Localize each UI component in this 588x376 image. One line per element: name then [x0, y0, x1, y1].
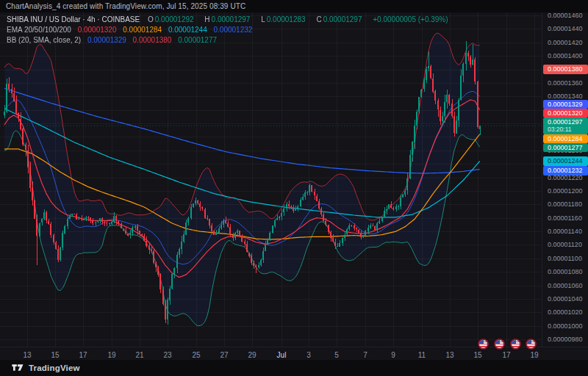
price-tick-label: 0.00001400	[548, 52, 583, 59]
price-tick-label: 0.00000980	[548, 336, 583, 343]
ema200-value: 0.00001232	[214, 26, 253, 34]
time-tick-label: 25	[192, 351, 200, 359]
price-tick-label: 0.00001140	[548, 228, 582, 235]
time-tick-label: 3	[306, 351, 311, 359]
bb-basis-value: 0.00001329	[87, 36, 126, 44]
time-tick-label: 23	[163, 351, 171, 359]
time-tick-label: 11	[418, 351, 426, 359]
bb-upper-axis-badge: 0.00001380	[543, 65, 588, 74]
price-tick-label: 0.00001000	[548, 322, 583, 330]
price-tick-label: 0.00001200	[548, 187, 583, 195]
bb-legend-row[interactable]: BB (20, SMA, close, 2) 0.00001329 0.0000…	[7, 35, 453, 46]
price-tick-label: 0.00001020	[548, 308, 583, 316]
ema-100-axis-badge: 0.00001244	[543, 156, 588, 166]
symbol-legend-row[interactable]: SHIBA INU / US Dollar · 4h · COINBASE O0…	[7, 15, 453, 25]
economic-event-us-flag-icon[interactable]	[527, 340, 535, 348]
footer-bar: TradingView	[0, 360, 588, 376]
bb-upper-value: 0.00001380	[133, 36, 172, 44]
time-tick-label: Jul	[277, 351, 287, 359]
economic-event-us-flag-icon[interactable]	[495, 340, 503, 348]
price-tick-label: 0.00001120	[548, 241, 582, 248]
price-axis[interactable]: 0.000014600.000014400.000014200.00001400…	[542, 12, 588, 347]
price-tick-label: 0.00001180	[548, 200, 582, 208]
time-tick-label: 21	[135, 351, 143, 359]
time-tick-label: 15	[473, 351, 481, 359]
ema-50-axis-badge: 0.00001284	[543, 134, 588, 143]
ema100-value: 0.00001244	[168, 26, 207, 34]
price-chart-canvas[interactable]	[0, 12, 542, 347]
chart-area[interactable]: SHIBA INU / US Dollar · 4h · COINBASE O0…	[0, 12, 588, 360]
price-tick-label: 0.00001360	[548, 79, 583, 87]
price-tick-label: 0.00001460	[548, 12, 583, 19]
time-axis[interactable]: 131517192123252729Jul35791113151719	[0, 347, 588, 360]
time-tick-label: 19	[530, 351, 538, 359]
price-tick-label: 0.00001100	[548, 255, 582, 262]
time-tick-label: 29	[248, 351, 256, 359]
time-tick-label: 17	[502, 351, 510, 359]
symbol-title[interactable]: SHIBA INU / US Dollar · 4h · COINBASE	[7, 15, 140, 24]
bb-basis-axis-badge: 0.00001329	[543, 100, 588, 109]
tradingview-brand-name[interactable]: TradingView	[29, 364, 80, 372]
chart-legend: SHIBA INU / US Dollar · 4h · COINBASE O0…	[7, 15, 453, 46]
ema-20-axis-badge: 0.00001320	[543, 109, 588, 118]
price-tick-label: 0.00001340	[548, 93, 583, 100]
time-tick-label: 15	[51, 351, 59, 359]
bb-indicator-label[interactable]: BB (20, SMA, close, 2)	[7, 36, 81, 44]
high-value: H0.00001297	[204, 15, 254, 24]
price-tick-label: 0.00001080	[548, 268, 583, 275]
price-tick-label: 0.00001060	[548, 282, 583, 289]
candle-countdown: 03:20:11	[548, 126, 588, 133]
open-value: O0.00001292	[148, 15, 198, 24]
low-value: L0.00001283	[261, 15, 309, 24]
ema20-value: 0.00001320	[78, 26, 117, 34]
time-tick-label: 13	[23, 351, 31, 359]
ema-legend-row[interactable]: EMA 20/50/100/200 0.00001320 0.00001284 …	[7, 25, 453, 35]
time-tick-label: 9	[391, 351, 395, 359]
last-price-axis-badge: 0.0000129703:20:11	[543, 118, 588, 134]
price-tick-label: 0.00001040	[548, 295, 583, 303]
time-tick-label: 5	[334, 351, 339, 359]
price-tick-label: 0.00001440	[548, 25, 583, 32]
time-tick-label: 27	[220, 351, 228, 359]
ema50-value: 0.00001284	[123, 26, 162, 34]
ema-200-axis-badge: 0.00001232	[543, 166, 588, 176]
time-tick-label: 13	[445, 351, 453, 359]
time-tick-label: 17	[79, 351, 87, 359]
time-tick-label: 7	[363, 351, 368, 359]
snapshot-header-bar: ChartAnalysis_4 created with TradingView…	[0, 0, 588, 12]
close-value: C0.00001297	[316, 15, 366, 24]
price-tick-label: 0.00001160	[548, 214, 582, 222]
economic-event-us-flag-icon[interactable]	[512, 340, 520, 348]
change-value: +0.00000005 (+0.39%)	[373, 15, 448, 24]
bb-lower-axis-badge: 0.00001277	[543, 143, 588, 152]
economic-event-us-flag-icon[interactable]	[479, 340, 487, 348]
ema-indicator-label[interactable]: EMA 20/50/100/200	[7, 26, 71, 34]
tradingview-logo-icon[interactable]	[12, 363, 24, 372]
time-tick-label: 19	[107, 351, 115, 359]
price-tick-label: 0.00001420	[548, 39, 583, 46]
chart-snapshot: ChartAnalysis_4 created with TradingView…	[0, 0, 588, 376]
snapshot-title: ChartAnalysis_4 created with TradingView…	[6, 2, 245, 10]
bb-lower-value: 0.00001277	[178, 36, 217, 44]
